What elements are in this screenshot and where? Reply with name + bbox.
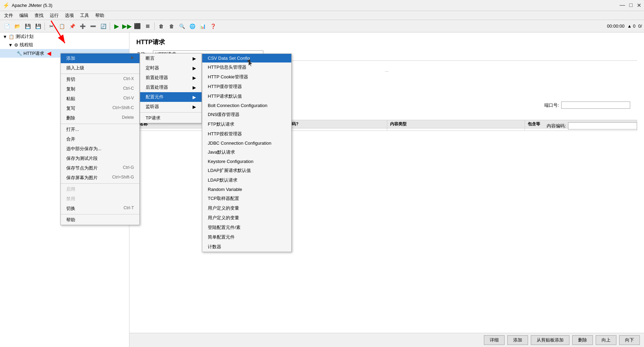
- cfg-item-ldap[interactable]: LDAP默认请求: [202, 175, 291, 185]
- cfg-item-simple[interactable]: 简单配置元件: [202, 232, 291, 242]
- toolbar-time: 00:00:00 ▲ 0 0/: [607, 23, 642, 29]
- cfg-item-ftp[interactable]: FTP默认请求: [202, 119, 291, 129]
- btn-up[interactable]: 向上: [596, 335, 616, 345]
- btn-down[interactable]: 向下: [619, 335, 640, 345]
- submenu-add: 断言 ▶ 定时器 ▶ 前置处理器 ▶ 后置处理器 ▶ 配置元件 ▶ 监听器 ▶: [140, 53, 202, 123]
- cm-label-toggle: 切换: [66, 205, 75, 212]
- sm-item-assertion[interactable]: 断言 ▶: [140, 54, 202, 63]
- cfg-item-csv[interactable]: CSV Data Set Config: [202, 54, 291, 62]
- tb-clear-all[interactable]: 🗑: [167, 21, 176, 31]
- tb-help[interactable]: ❓: [208, 21, 218, 31]
- btn-delete[interactable]: 删除: [572, 335, 593, 345]
- close-button[interactable]: ✕: [637, 2, 641, 9]
- cm-item-duplicate[interactable]: 复写 Ctrl+Shift-C: [61, 104, 139, 113]
- tb-remote-start[interactable]: 🌐: [187, 21, 197, 31]
- btn-detail[interactable]: 详细: [484, 335, 505, 345]
- cfg-item-login-config[interactable]: 登陆配置元件/素: [202, 223, 291, 232]
- cfg-item-random[interactable]: Random Variable: [202, 185, 291, 194]
- cm-item-save-node-img[interactable]: 保存节点为图片 Ctrl-G: [61, 163, 139, 173]
- cfg-item-http-default[interactable]: HTTP请求默认值: [202, 91, 291, 101]
- btn-add-from-clipboard[interactable]: 从剪贴板添加: [531, 335, 569, 345]
- cm-item-cut[interactable]: 剪切 Ctrl-X: [61, 75, 139, 84]
- sm-arrow-timer: ▶: [193, 66, 196, 71]
- cm-label-insert-parent: 插入上级: [66, 65, 84, 71]
- tree-node-group[interactable]: ▼ ⚙ 线程组: [0, 41, 129, 49]
- cm-item-open[interactable]: 打开...: [61, 125, 139, 134]
- menu-options[interactable]: 选项: [62, 12, 77, 19]
- menu-help[interactable]: 帮助: [92, 12, 107, 19]
- tb-clear[interactable]: 🗑: [156, 21, 166, 31]
- tb-shutdown[interactable]: ⏹: [143, 21, 153, 31]
- tb-refresh[interactable]: 🔄: [98, 21, 108, 31]
- menu-edit[interactable]: 编辑: [17, 12, 31, 19]
- cm-item-insert-parent[interactable]: 插入上级: [61, 63, 139, 73]
- tb-paste[interactable]: 📌: [67, 21, 77, 31]
- minimize-button[interactable]: —: [619, 2, 625, 9]
- cm-item-toggle[interactable]: 切换 Ctrl-T: [61, 204, 139, 213]
- menu-tools[interactable]: 工具: [77, 12, 92, 19]
- cfg-item-keystore[interactable]: Keystore Configuration: [202, 157, 291, 166]
- menu-search[interactable]: 查找: [32, 12, 46, 19]
- cm-item-copy[interactable]: 复制 Ctrl-C: [61, 84, 139, 94]
- cm-item-save-screen-img[interactable]: 保存屏幕为图片 Ctrl+Shift-G: [61, 173, 139, 183]
- cm-hotkey-copy: Ctrl-C: [123, 86, 134, 92]
- sm-item-timer[interactable]: 定时器 ▶: [140, 63, 202, 73]
- sm-item-config[interactable]: 配置元件 ▶: [140, 92, 202, 102]
- cm-item-add[interactable]: 添加 ▶: [61, 54, 139, 63]
- encoding-input[interactable]: [568, 122, 637, 129]
- menu-run[interactable]: 运行: [47, 12, 61, 19]
- cfg-item-user-var-1[interactable]: 用户定义的变量: [202, 203, 291, 213]
- cm-hotkey-save-node-img: Ctrl-G: [123, 165, 134, 171]
- cm-label-delete: 删除: [66, 115, 75, 121]
- cm-item-help[interactable]: 帮助: [61, 215, 139, 225]
- tb-start[interactable]: ▶: [112, 21, 121, 31]
- port-input[interactable]: [561, 102, 630, 109]
- cfg-item-http-cache[interactable]: HTTP缓存管理器: [202, 82, 291, 91]
- cm-hotkey-duplicate: Ctrl+Shift-C: [113, 105, 134, 112]
- tb-save-template[interactable]: 💾: [23, 21, 32, 31]
- tb-stop[interactable]: ⬛: [133, 21, 142, 31]
- plan-icon: 📋: [9, 34, 14, 39]
- cfg-item-dns[interactable]: DNS缓存管理器: [202, 110, 291, 119]
- cfg-item-http-header[interactable]: HTTP信息头管理器: [202, 62, 291, 72]
- title-bar-right[interactable]: — □ ✕: [619, 2, 641, 9]
- maximize-button[interactable]: □: [629, 2, 633, 9]
- sm-item-listener[interactable]: 监听器 ▶: [140, 102, 202, 112]
- cm-item-merge[interactable]: 合并: [61, 134, 139, 144]
- encoding-section: 内容编码:: [547, 122, 637, 129]
- cfg-item-jdbc[interactable]: JDBC Connection Configuration: [202, 139, 291, 147]
- tb-func-helper[interactable]: 📊: [198, 21, 207, 31]
- cm-item-save-fragment[interactable]: 保存为测试片段: [61, 154, 139, 163]
- tb-browse[interactable]: 🔍: [177, 21, 187, 31]
- menu-file[interactable]: 文件: [1, 12, 16, 19]
- tb-copy[interactable]: 📋: [57, 21, 67, 31]
- tb-new[interactable]: 📄: [2, 21, 12, 31]
- page-title: HTTP请求: [136, 38, 637, 46]
- sm-item-tp-request[interactable]: TP请求: [140, 113, 202, 123]
- sm-item-post-processor[interactable]: 后置处理器 ▶: [140, 83, 202, 92]
- cfg-item-tcp[interactable]: TCP取样器配置: [202, 194, 291, 203]
- cfg-item-ldap-ext[interactable]: LDAP扩展请求默认值: [202, 166, 291, 175]
- tb-remove[interactable]: ➖: [88, 21, 98, 31]
- tb-add[interactable]: ➕: [78, 21, 87, 31]
- tb-cut[interactable]: ✂: [47, 21, 56, 31]
- tb-save[interactable]: 💾: [33, 21, 43, 31]
- cfg-item-counter[interactable]: 计数器: [202, 242, 291, 252]
- cfg-item-user-var-2[interactable]: 用户定义的变量: [202, 213, 291, 223]
- tb-start-nopauses[interactable]: ▶▶: [122, 21, 132, 31]
- cfg-item-http-auth[interactable]: HTTP授权管理器: [202, 129, 291, 139]
- cm-item-delete[interactable]: 删除 Delete: [61, 113, 139, 123]
- expand-icon: ▼: [3, 34, 7, 39]
- sm-item-pre-processor[interactable]: 前置处理器 ▶: [140, 73, 202, 83]
- tree-node-plan[interactable]: ▼ 📋 测试计划: [0, 32, 129, 41]
- cm-item-paste[interactable]: 粘贴 Ctrl-V: [61, 94, 139, 104]
- cfg-item-java[interactable]: Java默认请求: [202, 147, 291, 157]
- cm-sep-4: [61, 214, 139, 214]
- cm-item-save-selection[interactable]: 选中部分保存为...: [61, 144, 139, 154]
- cfg-item-bolt[interactable]: Bolt Connection Configuration: [202, 101, 291, 110]
- cm-sep-3: [61, 183, 139, 184]
- tb-open[interactable]: 📂: [12, 21, 22, 31]
- cfg-item-http-cookie[interactable]: HTTP Cookie管理器: [202, 72, 291, 82]
- app-title: Apache JMeter (5.3): [12, 3, 52, 8]
- btn-add[interactable]: 添加: [507, 335, 528, 345]
